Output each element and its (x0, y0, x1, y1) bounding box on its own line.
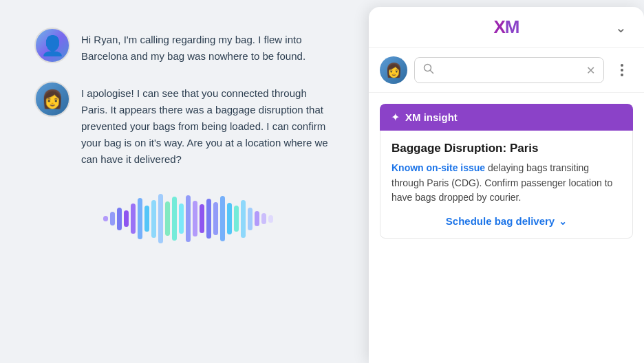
wave-bar (200, 204, 204, 233)
wave-bar (193, 201, 197, 237)
wave-bar (103, 216, 108, 222)
xm-insight-panel: XM ⌄ 👩 ✕ ✦ XM insight (369, 7, 644, 363)
message-ryan: 👤 Hi Ryan, I'm calling regarding my bag.… (34, 28, 341, 65)
chat-panel: 👤 Hi Ryan, I'm calling regarding my bag.… (0, 0, 369, 363)
known-issue-link[interactable]: Known on-site issue (391, 162, 485, 173)
agent-avatar-small: 👩 (380, 56, 407, 84)
wave-bar (110, 212, 115, 226)
more-dot-1 (621, 64, 623, 67)
wave-bar (117, 208, 122, 230)
wave-bar (213, 202, 218, 235)
search-box[interactable]: ✕ (414, 57, 604, 83)
message-ryan-text: Hi Ryan, I'm calling regarding my bag. I… (81, 28, 329, 65)
wave-bar (131, 204, 136, 234)
wave-bar (186, 195, 191, 242)
search-clear-icon[interactable]: ✕ (586, 64, 595, 77)
avatar-agent: 👩 (34, 81, 70, 117)
wave-bar (206, 199, 211, 238)
insight-card: Baggage Disruption: Paris Known on-site … (380, 131, 633, 239)
wave-bar (248, 208, 253, 230)
insight-section-title: XM insight (405, 111, 458, 123)
schedule-link-text: Schedule bag delivery (446, 215, 555, 227)
audio-waveform (34, 191, 341, 246)
sparkle-icon: ✦ (391, 111, 400, 124)
more-dot-2 (621, 69, 623, 72)
chevron-down-icon: ⌄ (559, 216, 567, 227)
wave-bar (138, 198, 142, 240)
waveform-bars (103, 195, 273, 243)
wave-bar (144, 206, 149, 232)
insight-card-title: Baggage Disruption: Paris (391, 142, 621, 155)
search-row: 👩 ✕ (369, 48, 644, 93)
wave-bar (255, 211, 259, 226)
xm-logo: XM (493, 16, 519, 38)
wave-bar (172, 197, 177, 241)
svg-line-1 (431, 71, 433, 74)
avatar-ryan: 👤 (34, 28, 70, 63)
wave-bar (220, 196, 225, 241)
wave-bar (158, 194, 163, 243)
insight-card-body: Known on-site issue delaying bags transi… (391, 161, 621, 206)
search-input[interactable] (440, 65, 581, 76)
more-options-button[interactable] (611, 59, 633, 81)
wave-bar (179, 204, 184, 234)
collapse-button[interactable]: ⌄ (611, 18, 630, 37)
message-agent: 👩 I apologise! I can see that you connec… (34, 81, 341, 168)
wave-bar (268, 215, 273, 223)
wave-bar (227, 203, 232, 234)
more-dot-3 (621, 74, 623, 76)
xm-logo-m: M (505, 16, 519, 37)
schedule-bag-delivery-button[interactable]: Schedule bag delivery ⌄ (391, 215, 621, 227)
wave-bar (165, 201, 170, 236)
insight-header: ✦ XM insight (380, 104, 633, 131)
xm-header: XM ⌄ (369, 7, 644, 48)
xm-logo-x: X (493, 16, 504, 37)
insight-section: ✦ XM insight Baggage Disruption: Paris K… (369, 93, 644, 250)
wave-bar (241, 200, 246, 238)
wave-bar (261, 213, 266, 225)
wave-bar (124, 210, 129, 227)
wave-bar (151, 200, 156, 238)
wave-bar (234, 206, 239, 232)
search-icon (423, 63, 434, 77)
message-agent-text: I apologise! I can see that you connecte… (81, 81, 329, 168)
